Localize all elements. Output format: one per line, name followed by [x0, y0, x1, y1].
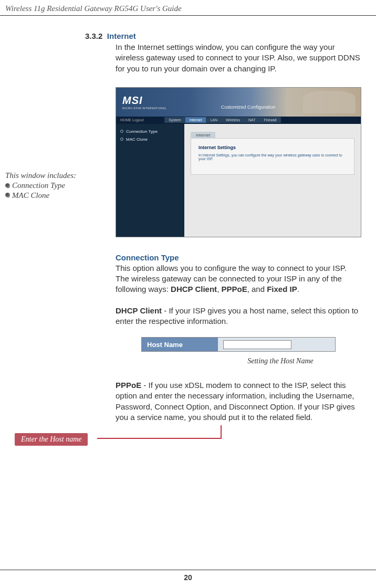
nav-tabs: System Internet LAN Wireless NAT Firewal… — [164, 117, 280, 123]
dhcp-bold: DHCP Client — [116, 306, 162, 315]
dhcp-paragraph: DHCP Client - If your ISP gives you a ho… — [116, 306, 361, 327]
connection-type-heading: Connection Type — [116, 253, 361, 262]
hostname-input[interactable] — [223, 340, 291, 349]
msi-logo-subtitle: MICRO-STAR INTERNATIONAL — [122, 107, 166, 110]
panel-tab-internet[interactable]: Internet — [191, 132, 215, 139]
tab-system[interactable]: System — [164, 117, 185, 123]
screenshot-main: Internet Internet Settings In Internet S… — [184, 124, 361, 237]
hostname-row: Host Name — [141, 337, 336, 352]
callout-line-vertical — [221, 425, 222, 439]
hostname-block: Host Name — [141, 337, 336, 352]
pppoe-bold: PPPoE — [116, 381, 141, 390]
tab-internet[interactable]: Internet — [185, 117, 206, 123]
section-number: 3.3.2 — [85, 32, 102, 40]
page-header: Wireless 11g Residential Gateway RG54G U… — [0, 0, 376, 16]
connection-type-body: This option allows you to configure the … — [116, 263, 361, 295]
right-column: 3.3.2 Internet In the Internet settings … — [116, 32, 372, 423]
hostname-label: Host Name — [142, 338, 218, 351]
tab-firewall[interactable]: Firewall — [259, 117, 280, 123]
tab-lan[interactable]: LAN — [206, 117, 222, 123]
banner-title: Customized Configuration — [221, 104, 276, 110]
msi-logo: MSI — [122, 94, 166, 107]
sidebar-bullet-2: MAC Clone — [5, 191, 116, 201]
side-item-label: Connection Type — [126, 129, 158, 134]
intro-text: In the Internet settings window, you can… — [116, 42, 361, 74]
panel-text: In Internet Settings, you can configure … — [199, 153, 347, 161]
ct-b3: Fixed IP — [267, 285, 297, 293]
panel-heading: Internet Settings — [199, 145, 347, 150]
sidebar-item-conn-type: Connection Type — [12, 181, 65, 191]
side-item-label: MAC Clone — [126, 137, 148, 142]
bullet-icon — [5, 193, 10, 198]
pppoe-body: - If you use xDSL modem to connect to th… — [116, 381, 355, 422]
sidebar-bullet-1: Connection Type — [5, 181, 116, 191]
screenshot-body: Connection Type MAC Clone Internet Inter… — [116, 124, 361, 237]
hostname-caption: Setting the Host Name — [200, 357, 361, 365]
ct-c3: . — [297, 285, 299, 293]
pppoe-paragraph: PPPoE - If you use xDSL modem to connect… — [116, 380, 361, 423]
screenshot-banner: MSI MICRO-STAR INTERNATIONAL Customized … — [116, 88, 361, 117]
page-footer: 20 — [0, 570, 376, 582]
callout-line-horizontal — [97, 438, 222, 439]
ct-b2: PPPoE — [221, 285, 247, 293]
panel: Internet Settings In Internet Settings, … — [191, 138, 354, 175]
banner-people-image — [303, 91, 356, 113]
radio-icon — [120, 130, 123, 133]
hostname-input-wrap — [218, 338, 335, 351]
radio-icon — [120, 138, 123, 141]
screenshot: MSI MICRO-STAR INTERNATIONAL Customized … — [116, 87, 361, 237]
screenshot-navbar: HOME Logout System Internet LAN Wireless… — [116, 117, 361, 124]
tab-nat[interactable]: NAT — [244, 117, 259, 123]
content-area: This window includes: Connection Type MA… — [0, 32, 376, 423]
left-column: This window includes: Connection Type MA… — [5, 32, 116, 423]
sidebar-item-mac-clone: MAC Clone — [12, 191, 49, 201]
nav-home-logout[interactable]: HOME Logout — [116, 118, 143, 122]
side-item-mac-clone[interactable]: MAC Clone — [120, 137, 180, 142]
ct-b1: DHCP Client — [171, 285, 217, 293]
side-item-connection-type[interactable]: Connection Type — [120, 129, 180, 134]
section-title: Internet — [107, 32, 136, 40]
page-number: 20 — [184, 573, 192, 582]
bullet-icon — [5, 183, 10, 188]
callout-enter-hostname: Enter the Host name — [15, 433, 88, 446]
ct-c2: , and — [247, 285, 267, 293]
sidebar-note-line1: This window includes: — [5, 171, 116, 181]
tab-wireless[interactable]: Wireless — [222, 117, 244, 123]
section-heading: 3.3.2 Internet — [85, 32, 361, 41]
screenshot-sidebar: Connection Type MAC Clone — [116, 124, 184, 237]
